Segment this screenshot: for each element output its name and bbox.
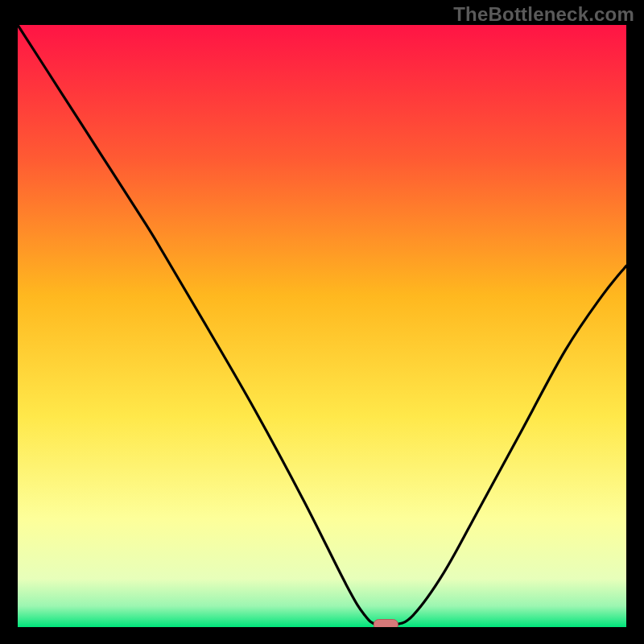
svg-rect-1 xyxy=(374,620,398,627)
watermark-text: TheBottleneck.com xyxy=(453,3,634,26)
optimal-marker xyxy=(18,25,626,627)
plot-area xyxy=(18,25,626,627)
chart-frame: TheBottleneck.com xyxy=(0,0,644,644)
